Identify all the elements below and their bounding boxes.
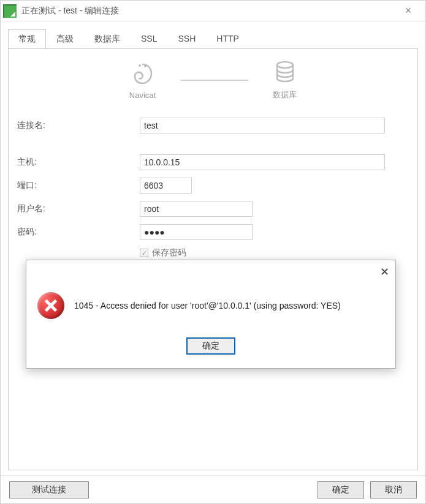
row-save-password: ✓ 保存密码 — [140, 247, 409, 258]
window-title: 正在测试 - test - 编辑连接 — [21, 6, 396, 17]
tab-bar: 常规 高级 数据库 SSL SSH HTTP — [1, 21, 425, 48]
row-connection-name: 连接名: — [17, 118, 409, 134]
dialog-window: 正在测试 - test - 编辑连接 × 常规 高级 数据库 SSL SSH H… — [0, 0, 426, 504]
diagram-database-label: 数据库 — [273, 89, 297, 100]
app-icon — [3, 4, 17, 18]
diagram-client-label: Navicat — [129, 91, 156, 100]
tab-content: Navicat 数据库 连接名: — [8, 48, 418, 470]
window-close-button[interactable]: × — [396, 4, 420, 17]
error-dialog-close-button[interactable]: ✕ — [380, 265, 389, 279]
svg-point-0 — [144, 65, 146, 67]
tab-database[interactable]: 数据库 — [84, 29, 131, 49]
host-label: 主机: — [17, 157, 140, 168]
password-input[interactable] — [140, 224, 253, 240]
dialog-footer: 测试连接 确定 取消 — [1, 475, 425, 503]
save-password-label: 保存密码 — [152, 247, 186, 258]
connection-diagram: Navicat 数据库 — [17, 60, 409, 100]
error-message: 1045 - Access denied for user 'root'@'10… — [74, 301, 341, 310]
tab-ssh[interactable]: SSH — [167, 29, 206, 49]
error-dialog: ✕ 1045 - Access denied for user 'root'@'… — [26, 260, 396, 369]
database-icon — [273, 60, 297, 85]
port-label: 端口: — [17, 180, 140, 191]
port-input[interactable] — [140, 178, 192, 194]
username-input[interactable] — [140, 201, 253, 217]
navicat-icon — [129, 61, 156, 86]
diagram-separator — [181, 80, 248, 81]
connection-name-label: 连接名: — [17, 120, 140, 131]
save-password-checkbox[interactable]: ✓ — [140, 249, 148, 257]
error-icon — [37, 292, 64, 319]
svg-point-1 — [139, 64, 141, 67]
username-label: 用户名: — [17, 203, 140, 214]
titlebar: 正在测试 - test - 编辑连接 × — [1, 1, 425, 21]
password-label: 密码: — [17, 227, 140, 238]
connection-name-input[interactable] — [140, 118, 385, 134]
cancel-button[interactable]: 取消 — [370, 481, 417, 498]
tab-general[interactable]: 常规 — [8, 29, 46, 49]
svg-point-2 — [277, 62, 293, 68]
row-username: 用户名: — [17, 201, 409, 217]
test-connection-button[interactable]: 测试连接 — [9, 481, 89, 498]
row-host: 主机: — [17, 154, 409, 170]
tab-advanced[interactable]: 高级 — [46, 29, 84, 49]
diagram-database: 数据库 — [273, 60, 297, 100]
ok-button[interactable]: 确定 — [318, 481, 364, 498]
error-dialog-ok-button[interactable]: 确定 — [186, 337, 235, 355]
tab-ssl[interactable]: SSL — [131, 29, 167, 49]
diagram-client: Navicat — [129, 61, 156, 100]
tab-http[interactable]: HTTP — [206, 29, 249, 49]
row-port: 端口: — [17, 178, 409, 194]
host-input[interactable] — [140, 154, 385, 170]
row-password: 密码: — [17, 224, 409, 240]
